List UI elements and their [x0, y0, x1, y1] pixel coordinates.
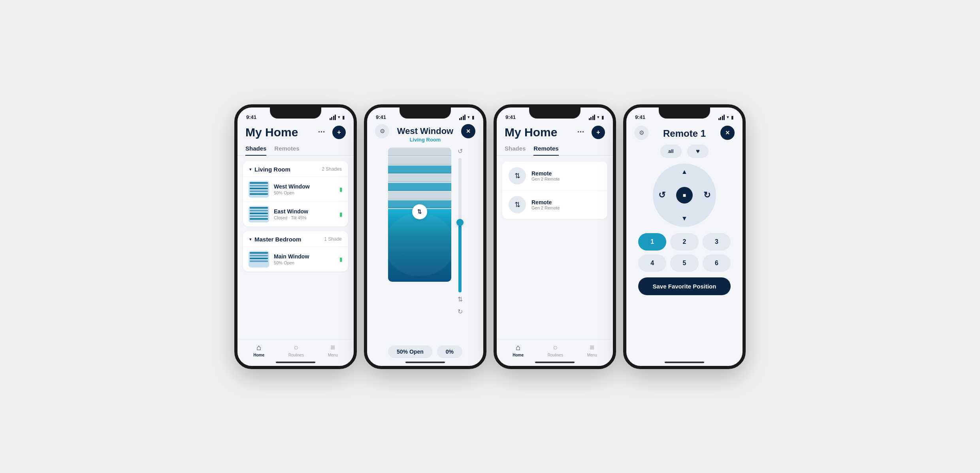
remote-close-button[interactable]: ✕ — [720, 126, 735, 140]
shade-east-window[interactable]: East Window Closed · Tilt 45% ▮ — [243, 202, 348, 226]
add-button-3[interactable]: + — [592, 126, 605, 139]
settings-button[interactable]: ⚙ — [375, 124, 389, 138]
shade-position-slider[interactable] — [458, 158, 462, 292]
more-options-button-3[interactable]: ··· — [574, 126, 588, 139]
phone-1: 9:41 ▾ ▮ My Home ··· — [234, 104, 357, 369]
signal-bars-4 — [718, 115, 725, 120]
shade-tilt-pct-button[interactable]: 0% — [437, 345, 462, 358]
dpad-stop-button[interactable]: ■ — [676, 187, 693, 204]
phone-2-time: 9:41 — [376, 114, 386, 120]
remotes-list: ⇅ Remote Gen 2 Remote ⇅ Remote Gen 2 Rem… — [502, 161, 607, 219]
slider-thumb[interactable] — [456, 219, 464, 226]
shade-east-window-name: East Window — [274, 208, 335, 215]
remote-num-2-button[interactable]: 2 — [670, 233, 698, 251]
room-living-room-count: 2 Shades — [322, 166, 342, 172]
phone-1-header: My Home ··· + — [237, 122, 354, 141]
nav-menu-3[interactable]: ≡ Menu — [587, 343, 597, 357]
shade-west-window[interactable]: West Window 50% Open ▮ — [243, 177, 348, 202]
remote-type-1: Gen 2 Remote — [531, 177, 560, 181]
room-living-room-header[interactable]: ▾ Living Room 2 Shades — [243, 161, 348, 177]
nav-home-3[interactable]: ⌂ Home — [513, 343, 524, 357]
shade-main-window-thumb — [249, 251, 269, 268]
remote-type-2: Gen 2 Remote — [531, 205, 560, 210]
tab-shades-3[interactable]: Shades — [505, 141, 526, 156]
remote-num-4-button[interactable]: 4 — [638, 254, 666, 272]
shade-east-window-thumb — [249, 206, 269, 222]
room-living-room: ▾ Living Room 2 Shades — [243, 161, 348, 226]
chevron-down-icon-2: ▾ — [249, 237, 251, 241]
dpad-rotate-left-button[interactable]: ↺ — [658, 190, 665, 200]
remote-item-1[interactable]: ⇅ Remote Gen 2 Remote — [502, 161, 607, 190]
remote-top-buttons: all ♥ — [634, 145, 735, 158]
remote-icon-2: ⇅ — [509, 196, 526, 213]
remote-settings-button[interactable]: ⚙ — [634, 126, 648, 140]
shade-detail-subtitle: Living Room — [410, 137, 441, 143]
remote-detail-title: Remote 1 — [634, 128, 735, 139]
remote-name-2: Remote — [531, 199, 560, 205]
remote-num-5-button[interactable]: 5 — [670, 254, 698, 272]
wifi-icon: ▾ — [338, 115, 340, 120]
dpad-rotate-right-button[interactable]: ↻ — [703, 190, 710, 200]
close-button[interactable]: ✕ — [461, 124, 475, 138]
remote-dpad: ▲ ▼ ↺ ↻ ■ — [653, 164, 716, 227]
shade-west-window-info: West Window 50% Open — [274, 183, 335, 195]
nav-routines-1[interactable]: ○ Routines — [288, 343, 304, 357]
tab-shades-1[interactable]: Shades — [245, 141, 266, 156]
remote-num-1-button[interactable]: 1 — [638, 233, 666, 251]
more-options-button[interactable]: ··· — [315, 126, 328, 139]
tab-remotes-1[interactable]: Remotes — [274, 141, 299, 156]
dpad-up-button[interactable]: ▲ — [681, 168, 688, 175]
phone-3-home-indicator — [535, 362, 575, 363]
home-icon-3: ⌂ — [516, 343, 520, 352]
phone-2-home-indicator — [405, 362, 445, 363]
shade-visual-area: ⇅ ↺ ⇅ ↻ — [375, 147, 475, 342]
phones-container: 9:41 ▾ ▮ My Home ··· — [234, 104, 746, 369]
menu-icon-3: ≡ — [590, 343, 594, 352]
phone-3-content: ⇅ Remote Gen 2 Remote ⇅ Remote Gen 2 Rem… — [497, 156, 613, 366]
remote-detail-header: ⚙ Remote 1 ✕ — [634, 126, 735, 139]
shade-tilt-button[interactable]: ⇅ — [458, 296, 463, 303]
phone-3: 9:41 ▾ ▮ My Home ··· — [494, 104, 616, 369]
remote-icon-1: ⇅ — [509, 167, 526, 185]
room-master-bedroom-title: ▾ Master Bedroom — [249, 236, 301, 243]
signal-bars — [330, 115, 336, 120]
add-button[interactable]: + — [332, 126, 346, 139]
shade-main-window-info: Main Window 50% Open — [274, 253, 335, 265]
wifi-icon-4: ▾ — [727, 115, 729, 120]
shade-rotate-up-button[interactable]: ↺ — [458, 147, 463, 155]
phone-1-time: 9:41 — [246, 114, 256, 120]
signal-bars-3 — [589, 115, 596, 120]
room-master-bedroom-header[interactable]: ▾ Master Bedroom 1 Shade — [243, 231, 348, 247]
remote-item-2[interactable]: ⇅ Remote Gen 2 Remote — [502, 190, 607, 219]
phone-3-header-top: My Home ··· + — [505, 126, 605, 139]
remote-all-button[interactable]: all — [660, 145, 682, 158]
shade-east-window-status: Closed · Tilt 45% — [274, 215, 335, 220]
shade-detail: ⚙ West Window ✕ Living Room — [367, 122, 483, 366]
phone-3-tabs: Shades Remotes — [497, 141, 613, 156]
save-favorite-position-button[interactable]: Save Favorite Position — [638, 277, 731, 295]
dpad-wheel: ▲ ▼ ↺ ↻ ■ — [653, 164, 716, 227]
shade-main-window[interactable]: Main Window 50% Open ▮ — [243, 247, 348, 271]
phone-1-content: ▾ Living Room 2 Shades — [237, 156, 354, 366]
phone-1-tabs: Shades Remotes — [237, 141, 354, 156]
battery-icon-3: ▮ — [601, 115, 604, 120]
phone-2-screen: 9:41 ▾ ▮ ⚙ West Window — [367, 107, 483, 366]
shade-main-window-status: 50% Open — [274, 260, 335, 265]
shade-rotate-down-button[interactable]: ↻ — [458, 308, 463, 315]
phone-2-status-icons: ▾ ▮ — [459, 115, 475, 120]
phone-4-notch — [659, 107, 710, 119]
nav-routines-3[interactable]: ○ Routines — [548, 343, 563, 357]
shade-visual: ⇅ — [388, 147, 451, 282]
phone-3-time: 9:41 — [505, 114, 516, 120]
remote-num-6-button[interactable]: 6 — [703, 254, 731, 272]
nav-menu-1[interactable]: ≡ Menu — [328, 343, 338, 357]
room-master-bedroom: ▾ Master Bedroom 1 Shade — [243, 231, 348, 271]
remote-favorite-button[interactable]: ♥ — [687, 145, 709, 158]
shade-handle[interactable]: ⇅ — [412, 204, 427, 219]
remote-num-3-button[interactable]: 3 — [703, 233, 731, 251]
nav-home-1[interactable]: ⌂ Home — [253, 343, 264, 357]
dpad-down-button[interactable]: ▼ — [681, 215, 688, 222]
shade-open-pct-button[interactable]: 50% Open — [388, 345, 432, 358]
phone-4-time: 9:41 — [635, 114, 645, 120]
tab-remotes-3[interactable]: Remotes — [533, 141, 558, 156]
